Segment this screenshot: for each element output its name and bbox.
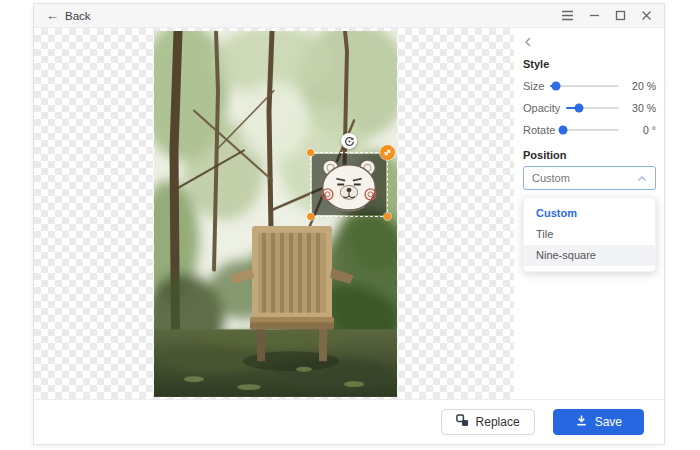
replace-label: Replace xyxy=(476,415,520,429)
footer-bar: Replace Save xyxy=(34,399,664,444)
save-button[interactable]: Save xyxy=(553,409,644,435)
rotate-label: Rotate xyxy=(523,124,555,136)
back-button[interactable]: ← Back xyxy=(46,9,91,22)
back-label: Back xyxy=(65,10,91,22)
size-label: Size xyxy=(523,80,544,92)
size-slider-thumb[interactable] xyxy=(551,82,560,91)
style-heading: Style xyxy=(523,58,656,70)
resize-handle-bottom-left[interactable] xyxy=(307,213,314,220)
main-content: Style Size 20 % Opacity 30 % Rotate xyxy=(34,28,664,399)
arrow-left-icon: ← xyxy=(46,9,59,22)
size-slider[interactable] xyxy=(550,85,619,87)
title-bar: ← Back xyxy=(34,4,664,28)
rotate-slider[interactable] xyxy=(561,129,619,131)
opacity-slider[interactable] xyxy=(566,107,619,109)
size-slider-row: Size 20 % xyxy=(523,75,656,97)
maximize-icon[interactable] xyxy=(615,10,626,21)
collapse-panel-button[interactable] xyxy=(523,36,537,50)
save-label: Save xyxy=(595,415,622,429)
position-heading: Position xyxy=(523,149,656,161)
menu-icon[interactable] xyxy=(561,10,574,21)
window-controls xyxy=(561,10,652,21)
watermark-selection-box[interactable] xyxy=(310,152,388,217)
rotate-handle[interactable] xyxy=(341,133,357,149)
replace-icon xyxy=(456,414,469,430)
resize-handle-top-left[interactable] xyxy=(307,149,314,156)
rotate-value: 0 ° xyxy=(625,124,656,136)
opacity-label: Opacity xyxy=(523,102,560,114)
position-dropdown-menu: Custom Tile Nine-square xyxy=(523,197,656,272)
opacity-slider-row: Opacity 30 % xyxy=(523,97,656,119)
app-window: ← Back xyxy=(33,3,665,445)
style-panel: Style Size 20 % Opacity 30 % Rotate xyxy=(514,28,664,399)
rotate-slider-thumb[interactable] xyxy=(558,126,567,135)
rotate-slider-row: Rotate 0 ° xyxy=(523,119,656,141)
minimize-icon[interactable] xyxy=(589,10,600,21)
chevron-up-icon xyxy=(637,175,647,182)
opacity-slider-thumb[interactable] xyxy=(574,104,583,113)
dropdown-option-custom[interactable]: Custom xyxy=(524,203,655,224)
position-select-value: Custom xyxy=(532,172,570,184)
opacity-value: 30 % xyxy=(625,102,656,114)
close-icon[interactable] xyxy=(641,10,652,21)
download-icon xyxy=(575,414,588,430)
resize-handle-top-right[interactable] xyxy=(380,145,395,160)
replace-button[interactable]: Replace xyxy=(441,409,535,435)
dropdown-option-nine-square[interactable]: Nine-square xyxy=(524,245,655,266)
size-value: 20 % xyxy=(625,80,656,92)
resize-handle-bottom-right[interactable] xyxy=(384,213,391,220)
dropdown-option-tile[interactable]: Tile xyxy=(524,224,655,245)
bear-sticker-watermark[interactable] xyxy=(312,154,386,215)
position-select[interactable]: Custom xyxy=(523,166,656,190)
editor-canvas[interactable] xyxy=(34,28,514,399)
